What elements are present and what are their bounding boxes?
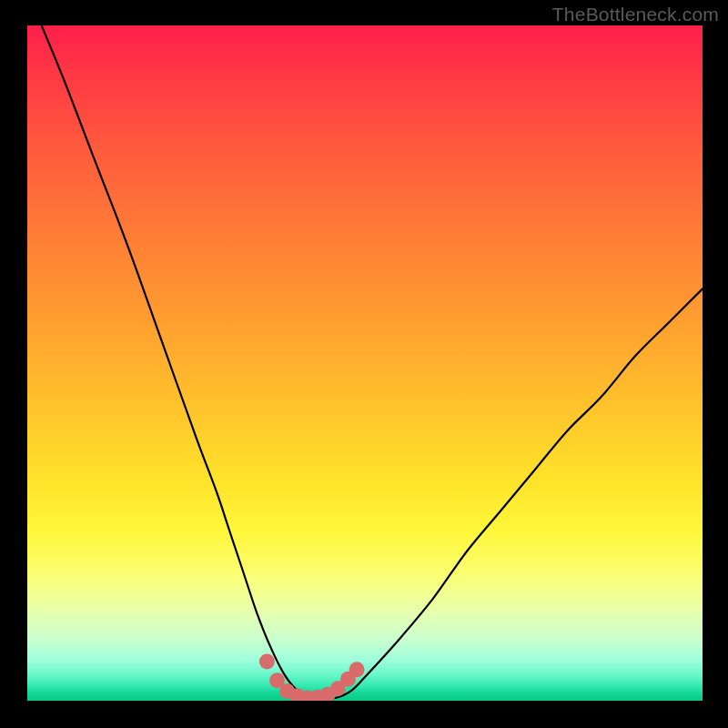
plot-area [27,25,703,701]
chart-frame: TheBottleneck.com [0,0,728,728]
bottleneck-curve [27,25,703,699]
curve-svg [27,25,703,701]
trough-marker-dot [259,653,275,669]
watermark-text: TheBottleneck.com [552,4,719,25]
trough-markers [259,653,365,701]
trough-marker-dot [349,662,365,677]
